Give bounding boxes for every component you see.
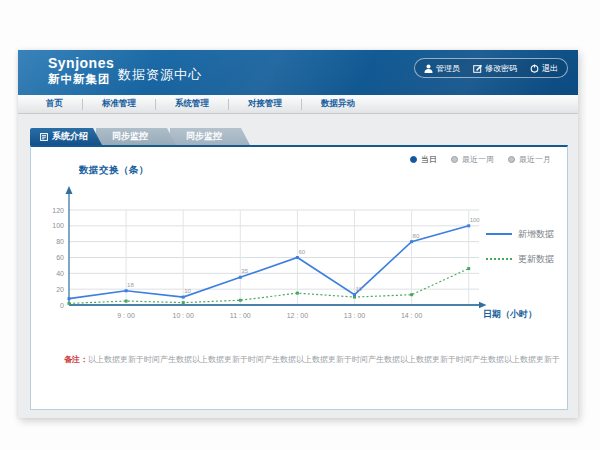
nav-item-4[interactable]: 对接管理 [248,98,282,110]
data-point [296,256,299,259]
logo-wordmark: Synjones [48,55,114,71]
x-tick-label: 14 : 00 [401,312,423,319]
x-tick-label: 9 : 00 [117,312,135,319]
form-icon [40,133,48,141]
point-label: 100 [470,217,481,223]
data-point [68,302,71,305]
divider [301,99,302,110]
nav-item-2[interactable]: 标准管理 [102,98,136,110]
point-label: 80 [413,233,420,239]
point-label: 10 [356,286,363,292]
y-tick-label: 40 [56,270,64,277]
divider [523,63,524,73]
x-tick-label: 10 : 00 [172,312,194,319]
data-point [467,267,470,270]
x-axis-arrow [479,302,487,308]
divider [228,99,229,110]
app-header: Synjones 新中新集团 数据资源中心 管理员 修改密码 退出 [18,50,578,95]
user-toolbar: 管理员 修改密码 退出 [414,58,568,78]
admin-user-button[interactable]: 管理员 [424,63,460,74]
data-point [296,292,299,295]
footnote-text: 以上数据更新于时间产生数据以上数据更新于时间产生数据以上数据更新于时间产生数据以… [88,355,560,364]
nav-item-1[interactable]: 首页 [46,98,63,110]
content-panel: 数据交换（条） 当日最近一周最近一月 0204060801001209 : 00… [30,145,568,410]
data-point [68,297,71,300]
tab-label: 系统介绍 [52,130,88,143]
y-tick-label: 100 [52,222,64,229]
footnote-label: 备注： [64,355,88,364]
nav-item-3[interactable]: 系统管理 [175,98,209,110]
power-icon [530,64,539,73]
y-tick-label: 60 [56,254,64,261]
point-label: 18 [127,282,134,288]
x-tick-label: 12 : 00 [287,312,309,319]
logout-label: 退出 [542,63,558,74]
divider [155,99,156,110]
legend-item-1: 新增数据 [486,227,554,241]
logo-company-name: 新中新集团 [48,72,114,87]
y-axis-arrow [66,186,73,194]
y-tick-label: 80 [56,238,64,245]
data-point [125,300,128,303]
legend-label: 新增数据 [518,228,554,241]
y-tick-label: 0 [60,302,64,309]
data-point [410,240,413,243]
x-tick-label: 11 : 00 [230,312,251,319]
tab-3[interactable]: 同步监控 [170,128,250,145]
data-point [353,293,356,296]
tab-label: 同步监控 [186,130,222,143]
point-label: 10 [184,288,191,294]
logout-button[interactable]: 退出 [530,63,558,74]
point-label: 35 [241,268,248,274]
data-point [182,296,185,299]
y-tick-label: 120 [52,207,64,214]
data-point [467,224,470,227]
tab-1[interactable]: 系统介绍 [30,128,102,145]
legend-line-sample [486,255,512,263]
footnote: 备注：以上数据更新于时间产生数据以上数据更新于时间产生数据以上数据更新于时间产生… [64,354,569,365]
app-window: Synjones 新中新集团 数据资源中心 管理员 修改密码 退出 首页标准管理… [18,50,578,418]
change-password-button[interactable]: 修改密码 [473,63,517,74]
divider [82,99,83,110]
data-point [239,276,242,279]
data-point [239,299,242,302]
nav-item-5[interactable]: 数据异动 [321,98,355,110]
data-point [125,289,128,292]
data-point [410,293,413,296]
x-axis-label: 日期（小时） [483,309,537,319]
page-title: 数据资源中心 [118,66,202,84]
divider [466,63,467,73]
user-icon [424,64,433,73]
logo: Synjones 新中新集团 [48,55,114,87]
chart-legend: 新增数据更新数据 [486,227,554,277]
change-password-label: 修改密码 [485,63,517,74]
y-tick-label: 20 [56,286,64,293]
legend-item-2: 更新数据 [486,252,554,266]
tab-label: 同步监控 [112,130,148,143]
data-point [182,301,185,304]
point-label: 60 [298,249,305,255]
edit-icon [473,64,482,73]
main-nav: 首页标准管理系统管理对接管理数据异动 [18,95,578,114]
legend-line-sample [486,230,512,238]
tab-bar: 系统介绍同步监控同步监控 [30,128,244,145]
tab-2[interactable]: 同步监控 [96,128,176,145]
legend-label: 更新数据 [518,253,554,266]
x-tick-label: 13 : 00 [344,312,366,319]
admin-user-label: 管理员 [436,63,460,74]
